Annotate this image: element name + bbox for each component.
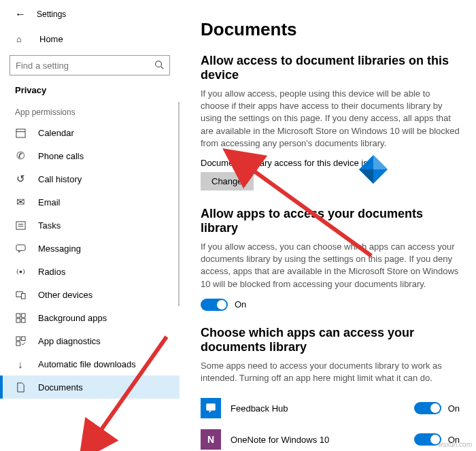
app-icon: N xyxy=(201,429,221,450)
app-name: Feedback Hub xyxy=(231,403,414,414)
sidebar-item-label: Tasks xyxy=(38,220,61,231)
svg-rect-13 xyxy=(16,318,20,322)
svg-rect-11 xyxy=(16,313,20,317)
app-name: OneNote for Windows 10 xyxy=(231,435,414,445)
sidebar: ← Settings ⌂ Home Privacy App permission… xyxy=(0,0,180,451)
home-label: Home xyxy=(39,34,63,44)
apps-access-toggle[interactable] xyxy=(201,299,228,311)
svg-rect-16 xyxy=(21,336,25,340)
svg-rect-14 xyxy=(21,318,25,322)
svg-marker-22 xyxy=(359,169,373,184)
svg-marker-21 xyxy=(373,155,388,169)
sidebar-item-label: Documents xyxy=(38,382,83,392)
sidebar-item-phone-calls[interactable]: ✆ Phone calls xyxy=(0,144,180,167)
app-toggle-state: On xyxy=(448,403,460,414)
back-button[interactable]: ← xyxy=(15,8,29,20)
search-box[interactable] xyxy=(10,55,170,76)
section3-heading: Choose which apps can access your docume… xyxy=(201,326,460,354)
sidebar-item-calendar[interactable]: Calendar xyxy=(0,121,180,144)
calendar-icon xyxy=(15,127,26,138)
app-row-feedback-hub: Feedback Hub On xyxy=(201,392,460,424)
app-row-onenote: N OneNote for Windows 10 On xyxy=(201,424,460,451)
sidebar-item-label: Messaging xyxy=(38,244,81,254)
svg-point-8 xyxy=(19,270,22,273)
sidebar-item-label: App diagnostics xyxy=(38,336,101,346)
sidebar-home[interactable]: ⌂ Home xyxy=(0,29,180,50)
messaging-icon xyxy=(15,243,26,254)
search-input[interactable] xyxy=(16,61,154,71)
sidebar-item-label: Automatic file downloads xyxy=(38,359,136,369)
sidebar-item-label: Radios xyxy=(38,267,65,277)
tasks-icon xyxy=(15,220,26,231)
app-toggle[interactable] xyxy=(414,402,441,414)
section2-description: If you allow access, you can choose whic… xyxy=(201,241,460,290)
sidebar-item-call-history[interactable]: ↺ Call history xyxy=(0,167,180,190)
document-icon xyxy=(15,382,26,392)
history-icon: ↺ xyxy=(15,173,26,184)
svg-rect-18 xyxy=(206,403,216,410)
search-icon xyxy=(154,60,164,71)
svg-rect-4 xyxy=(16,221,24,229)
sidebar-item-other-devices[interactable]: Other devices xyxy=(0,283,180,306)
change-button[interactable]: Change xyxy=(201,172,254,190)
sidebar-item-label: Email xyxy=(38,197,61,207)
svg-rect-2 xyxy=(16,129,24,137)
sidebar-section-label: App permissions xyxy=(0,107,180,121)
svg-rect-12 xyxy=(21,313,25,317)
radio-icon xyxy=(15,266,26,277)
main-content: Documents Allow access to document libra… xyxy=(180,0,476,451)
svg-rect-10 xyxy=(21,293,25,299)
svg-rect-17 xyxy=(16,341,20,346)
svg-rect-15 xyxy=(16,336,20,340)
sidebar-item-label: Phone calls xyxy=(38,151,84,161)
svg-rect-7 xyxy=(16,244,24,250)
sidebar-item-label: Calendar xyxy=(38,128,74,138)
devices-icon xyxy=(15,289,26,300)
section1-status: Documents library access for this device… xyxy=(201,158,460,168)
sidebar-item-app-diagnostics[interactable]: App diagnostics xyxy=(0,329,180,352)
toggle-state: On xyxy=(235,299,246,310)
svg-point-0 xyxy=(156,61,162,67)
sidebar-item-email[interactable]: ✉ Email xyxy=(0,190,180,214)
sidebar-scrollbar[interactable] xyxy=(178,102,180,306)
section1-heading: Allow access to document libraries on th… xyxy=(201,54,460,82)
email-icon: ✉ xyxy=(15,197,26,207)
sidebar-item-radios[interactable]: Radios xyxy=(0,260,180,283)
diagnostics-icon xyxy=(15,335,26,346)
page-title: Documents xyxy=(201,19,460,40)
download-icon: ↓ xyxy=(15,358,26,369)
background-apps-icon xyxy=(15,312,26,323)
sidebar-item-label: Other devices xyxy=(38,290,92,300)
sidebar-item-label: Background apps xyxy=(38,313,107,323)
sidebar-item-automatic-file-downloads[interactable]: ↓ Automatic file downloads xyxy=(0,352,180,375)
phone-icon: ✆ xyxy=(15,150,26,161)
home-icon: ⌂ xyxy=(16,34,27,44)
windows-club-logo xyxy=(359,155,388,184)
sidebar-item-documents[interactable]: Documents xyxy=(0,375,180,399)
svg-line-1 xyxy=(161,66,164,69)
sidebar-item-tasks[interactable]: Tasks xyxy=(0,214,180,237)
app-toggle[interactable] xyxy=(414,433,441,446)
sidebar-item-background-apps[interactable]: Background apps xyxy=(0,306,180,329)
sidebar-item-label: Call history xyxy=(38,174,82,184)
app-icon xyxy=(201,398,221,418)
sidebar-item-messaging[interactable]: Messaging xyxy=(0,237,180,260)
sidebar-category: Privacy xyxy=(0,82,180,107)
section1-description: If you allow access, people using this d… xyxy=(201,88,460,150)
app-title: Settings xyxy=(37,10,66,19)
section3-description: Some apps need to access your documents … xyxy=(201,360,460,384)
watermark: wsxdn.com xyxy=(438,441,472,448)
section2-heading: Allow apps to access your documents libr… xyxy=(201,207,460,235)
